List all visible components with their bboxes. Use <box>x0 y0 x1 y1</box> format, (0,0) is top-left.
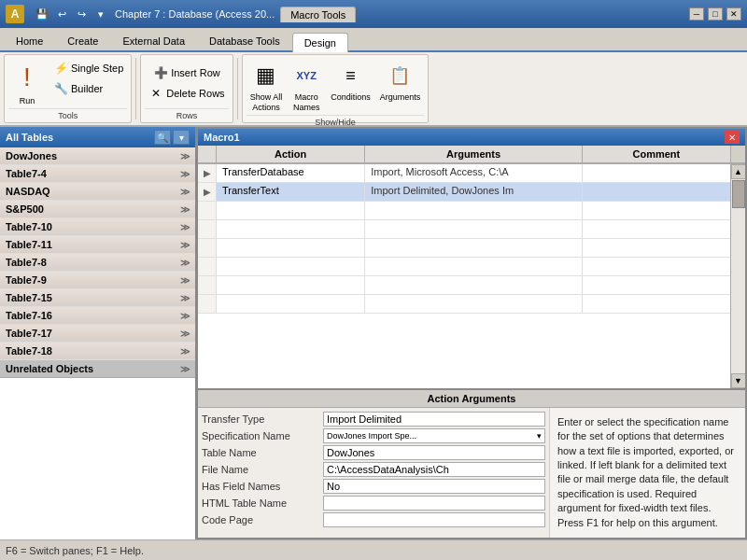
scrollbar-track[interactable] <box>731 179 745 373</box>
scroll-up-btn[interactable]: ▲ <box>731 164 746 179</box>
table-name: Table7-18 <box>6 345 52 357</box>
run-button[interactable]: ! Run <box>8 57 46 108</box>
table-item-dowjones[interactable]: DowJones ≫ <box>0 147 195 164</box>
arg-label: Code Page <box>202 514 323 525</box>
panel-search-btn[interactable]: 🔍 <box>154 130 171 145</box>
comment-column-header: Comment <box>583 146 730 162</box>
arg-value-code-page[interactable] <box>323 512 545 527</box>
table-row[interactable] <box>198 276 730 295</box>
expand-icon: ≫ <box>180 222 190 232</box>
tab-design[interactable]: Design <box>292 33 348 52</box>
table-name: Table7-9 <box>6 274 47 286</box>
main-area: All Tables 🔍 ▾ DowJones ≫ Table7-4 ≫ <box>0 127 747 539</box>
minimize-btn[interactable]: ─ <box>689 7 704 21</box>
conditions-label: Conditions <box>331 92 371 103</box>
expand-icon: ≫ <box>180 275 190 286</box>
row-indicator: ▶ <box>198 164 217 182</box>
save-quick-btn[interactable]: 💾 <box>34 6 50 22</box>
row-indicator <box>198 276 217 294</box>
table-item-table7-18[interactable]: Table7-18 ≫ <box>0 343 195 359</box>
table-item-table7-4[interactable]: Table7-4 ≫ <box>0 165 195 182</box>
table-item-nasdaq[interactable]: NASDAQ ≫ <box>0 183 195 200</box>
arg-value-html-table[interactable] <box>323 496 545 511</box>
list-item: Table7-4 ≫ <box>0 165 195 183</box>
macro-scrollbar[interactable]: ▲ ▼ <box>730 164 745 388</box>
table-name: S&P500 <box>6 203 44 215</box>
arg-row-has-field-names: Has Field Names No <box>202 479 545 494</box>
expand-icon: ≫ <box>180 151 190 161</box>
scroll-down-btn[interactable]: ▼ <box>731 373 746 388</box>
arg-value-has-field-names[interactable]: No <box>323 479 545 494</box>
delete-rows-btn[interactable]: ✕ Delete Rows <box>145 84 228 103</box>
builder-btn[interactable]: 🔧 Builder <box>49 79 127 98</box>
table-name: Table7-17 <box>6 328 52 339</box>
indicator-header <box>198 146 217 162</box>
table-item-table7-11[interactable]: Table7-11 ≫ <box>0 236 195 253</box>
table-row[interactable]: ▶ TransferText Import Delimited, DowJone… <box>198 183 730 202</box>
insert-row-btn[interactable]: ➕ Insert Row <box>149 63 224 82</box>
expand-icon: ≫ <box>180 169 190 179</box>
tab-external-data[interactable]: External Data <box>110 31 197 50</box>
tab-home[interactable]: Home <box>4 31 55 50</box>
arg-row-file-name: File Name C:\AccessDataAnalysis\Ch <box>202 462 545 477</box>
arg-value-transfer-type[interactable]: Import Delimited <box>323 412 545 427</box>
macro-names-icon: XYZ <box>291 59 321 92</box>
tab-database-tools[interactable]: Database Tools <box>197 31 292 50</box>
arg-row-table-name: Table Name DowJones <box>202 445 545 460</box>
table-item-sp500[interactable]: S&P500 ≫ <box>0 201 195 217</box>
macro-window: Macro1 ✕ Action Arguments Comment ▶ Tran… <box>196 127 747 539</box>
table-row[interactable] <box>198 239 730 258</box>
delete-rows-label: Delete Rows <box>166 88 224 99</box>
ribbon-tabs: Home Create External Data Database Tools… <box>0 28 747 52</box>
table-row[interactable]: ▶ TransferDatabase Import, Microsoft Acc… <box>198 164 730 183</box>
table-row[interactable] <box>198 220 730 239</box>
arg-label: Transfer Type <box>202 413 323 425</box>
arg-label: Has Field Names <box>202 481 323 492</box>
row-action[interactable]: TransferDatabase <box>217 164 365 182</box>
table-item-table7-15[interactable]: Table7-15 ≫ <box>0 289 195 306</box>
macro-tools-tab[interactable]: Macro Tools <box>280 7 356 22</box>
macro-close-btn[interactable]: ✕ <box>725 131 740 144</box>
close-btn[interactable]: ✕ <box>726 7 741 21</box>
single-step-btn[interactable]: ⚡ Single Step <box>49 59 127 77</box>
table-name: Table7-4 <box>6 168 47 179</box>
title-bar: A 💾 ↩ ↪ ▾ Chapter 7 : Database (Access 2… <box>0 0 747 28</box>
arg-value-file-name[interactable]: C:\AccessDataAnalysis\Ch <box>323 462 545 477</box>
expand-icon: ≫ <box>180 293 190 303</box>
arg-value-table-name[interactable]: DowJones <box>323 445 545 460</box>
list-item: Table7-15 ≫ <box>0 289 195 307</box>
table-row[interactable] <box>198 202 730 220</box>
macro-title-bar: Macro1 ✕ <box>198 129 745 146</box>
table-item-table7-17[interactable]: Table7-17 ≫ <box>0 325 195 342</box>
macro-names-btn[interactable]: XYZ MacroNames <box>288 57 325 115</box>
table-item-table7-9[interactable]: Table7-9 ≫ <box>0 272 195 288</box>
show-all-actions-btn[interactable]: ▦ Show AllActions <box>247 57 287 115</box>
table-name: Table7-11 <box>6 239 52 250</box>
panel-menu-btn[interactable]: ▾ <box>173 130 190 145</box>
unrelated-objects-header: Unrelated Objects ≫ <box>0 360 195 378</box>
arg-value-spec-name[interactable]: DowJones Import Spe... ▾ <box>323 428 545 443</box>
row-action[interactable]: TransferText <box>217 183 365 201</box>
conditions-btn[interactable]: ≡ Conditions <box>327 57 374 105</box>
table-list: DowJones ≫ Table7-4 ≫ NASDAQ ≫ S&P500 <box>0 147 195 539</box>
quick-access-dropdown[interactable]: ▾ <box>92 6 109 22</box>
table-name: DowJones <box>6 150 57 161</box>
tab-create[interactable]: Create <box>55 31 110 50</box>
table-row[interactable] <box>198 295 730 314</box>
maximize-btn[interactable]: □ <box>708 7 723 21</box>
undo-quick-btn[interactable]: ↩ <box>53 6 70 22</box>
redo-quick-btn[interactable]: ↪ <box>73 6 90 22</box>
arg-label: File Name <box>202 464 323 475</box>
builder-icon: 🔧 <box>53 81 68 96</box>
table-item-table7-8[interactable]: Table7-8 ≫ <box>0 254 195 271</box>
macro-names-label: MacroNames <box>293 92 320 113</box>
table-item-table7-10[interactable]: Table7-10 ≫ <box>0 218 195 235</box>
table-item-table7-16[interactable]: Table7-16 ≫ <box>0 307 195 324</box>
row-indicator <box>198 220 217 238</box>
dropdown-arrow-icon[interactable]: ▾ <box>537 431 542 441</box>
scrollbar-thumb[interactable] <box>732 180 745 208</box>
row-indicator <box>198 258 217 275</box>
arguments-btn[interactable]: 📋 Arguments <box>376 57 425 105</box>
expand-icon: ≫ <box>180 187 190 197</box>
table-row[interactable] <box>198 258 730 276</box>
